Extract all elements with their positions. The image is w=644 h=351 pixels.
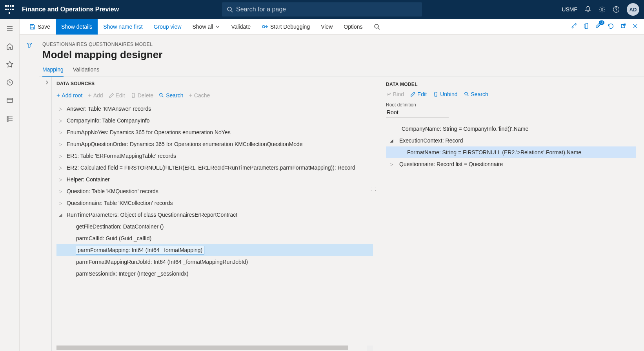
avatar[interactable]: AD [627,3,639,16]
tree-node[interactable]: ▷Questionnaire: Table 'KMCollection' rec… [56,197,373,209]
tree-node[interactable]: ▷CompanyInfo: Table CompanyInfo [56,115,373,126]
data-sources-tree[interactable]: ▷Answer: Table 'KMAnswer' records ▷Compa… [56,103,373,346]
view-button[interactable]: View [315,19,338,35]
clock-icon[interactable] [6,79,14,88]
attachments-icon[interactable]: 0 [595,23,602,31]
unbind-button[interactable]: Unbind [433,91,457,97]
tree-node[interactable]: ▷EnumAppQuestionOrder: Dynamics 365 for … [56,138,373,150]
delete-button: Delete [131,92,153,99]
action-bar: Save Show details Show name first Group … [20,19,644,35]
hamburger-icon[interactable] [6,24,14,34]
chevron-down-icon [215,24,220,29]
svg-line-21 [378,28,380,29]
svg-line-25 [162,96,164,97]
star-icon[interactable] [6,60,14,70]
popout-icon[interactable] [620,23,626,31]
tree-node[interactable]: parmSessionIdx: Integer (Integer _sessio… [56,268,373,280]
caret-icon[interactable]: ▷ [59,130,64,135]
refresh-icon[interactable] [608,23,614,31]
svg-rect-17 [31,24,33,26]
svg-point-26 [464,92,467,95]
search-button[interactable]: Search [464,91,488,97]
caret-icon[interactable]: ▷ [59,177,64,182]
search-button[interactable]: Search [159,92,183,99]
show-details-button[interactable]: Show details [56,19,98,35]
tree-node[interactable]: ▷Question: Table 'KMQuestion' records [56,185,373,197]
modules-icon[interactable] [6,115,14,124]
tree-node[interactable]: ▷Answer: Table 'KMAnswer' records [56,103,373,115]
help-icon[interactable] [613,6,620,13]
data-sources-header: DATA SOURCES [56,81,373,86]
options-button[interactable]: Options [338,19,368,35]
home-icon[interactable] [6,42,14,52]
tab-validations[interactable]: Validations [73,66,99,77]
caret-icon[interactable]: ▷ [59,118,64,123]
global-search[interactable]: Search for a page [222,2,422,16]
tree-node[interactable]: ▷Questionnaire: Record list = Questionna… [386,158,636,170]
tree-node[interactable]: ▷ER2: Calculated field = FIRSTORNULL(FIL… [56,162,373,174]
svg-point-20 [375,24,378,28]
tree-node[interactable]: getFileDestination: DataContainer () [56,221,373,232]
badge-count: 0 [599,20,604,25]
horizontal-scrollbar[interactable] [56,346,373,351]
tree-node[interactable]: CompanyName: String = CompanyInfo.'find(… [386,123,636,135]
svg-point-24 [160,93,162,96]
root-definition-input[interactable] [386,108,449,117]
caret-icon[interactable]: ▷ [59,189,64,194]
caret-icon[interactable]: ▷ [59,201,64,206]
office-icon[interactable] [583,23,590,31]
splitter-handle[interactable]: ⋮⋮ [369,187,378,192]
data-model-tree[interactable]: CompanyName: String = CompanyInfo.'find(… [386,123,636,170]
tree-node-selected[interactable]: FormatName: String = FIRSTORNULL (ER2.'>… [386,146,636,158]
caret-icon[interactable]: ◢ [390,138,395,143]
save-button[interactable]: Save [24,19,56,35]
data-model-header: DATA MODEL [386,82,636,87]
tree-node[interactable]: ▷Helper: Container [56,174,373,185]
svg-line-27 [467,95,468,96]
search-icon [227,6,233,13]
svg-rect-13 [7,120,8,121]
app-launcher-icon[interactable] [5,5,14,14]
close-icon[interactable] [632,23,639,31]
tree-node[interactable]: ▷ER1: Table 'ERFormatMappingTable' recor… [56,150,373,162]
start-debugging-button[interactable]: Start Debugging [256,19,315,35]
show-all-button[interactable]: Show all [187,19,226,35]
svg-rect-11 [7,116,8,117]
save-icon [29,24,35,30]
tree-node[interactable]: ◢ExecutionContext: Record [386,135,636,146]
svg-point-4 [616,11,617,11]
caret-icon[interactable]: ▷ [390,162,395,167]
svg-rect-9 [7,98,13,102]
validate-button[interactable]: Validate [226,19,256,35]
svg-rect-12 [7,118,8,119]
tree-node[interactable]: parmFormatMappingRunJobId: Int64 (Int64 … [56,256,373,268]
filter-icon[interactable] [26,42,33,351]
show-name-first-button[interactable]: Show name first [98,19,148,35]
panel-expand-toggle[interactable] [42,77,52,351]
tree-node[interactable]: ◢RunTimeParameters: Object of class Ques… [56,209,373,221]
data-sources-panel: DATA SOURCES +Add root +Add Edit Delete … [39,77,374,351]
tree-node-selected[interactable]: parmFormatMapping: Int64 (Int64 _formatM… [56,244,373,256]
filter-column [20,35,39,351]
caret-icon[interactable]: ▷ [59,142,64,147]
bind-button: Bind [386,91,404,97]
edit-button[interactable]: Edit [410,91,427,97]
svg-rect-18 [31,27,33,29]
tab-mapping[interactable]: Mapping [42,66,64,77]
app-title: Finance and Operations Preview [22,6,119,13]
workspace-icon[interactable] [6,97,14,106]
add-root-button[interactable]: +Add root [56,92,82,99]
caret-icon[interactable]: ▷ [59,106,64,112]
group-view-button[interactable]: Group view [148,19,187,35]
caret-icon[interactable]: ◢ [59,212,64,218]
action-search-button[interactable] [368,19,386,35]
company-code[interactable]: USMF [562,6,577,13]
tree-node[interactable]: ▷EnumAppNoYes: Dynamics 365 for Operatio… [56,126,373,138]
gear-icon[interactable] [599,6,606,13]
bell-icon[interactable] [584,6,591,13]
breadcrumb: QUESTIONNAIRES QUESTIONNAIRES MODEL [39,42,644,49]
tree-node[interactable]: parmCallId: Guid (Guid _callId) [56,232,373,244]
caret-icon[interactable]: ▷ [59,165,64,170]
link-icon[interactable] [571,23,578,31]
caret-icon[interactable]: ▷ [59,154,64,159]
